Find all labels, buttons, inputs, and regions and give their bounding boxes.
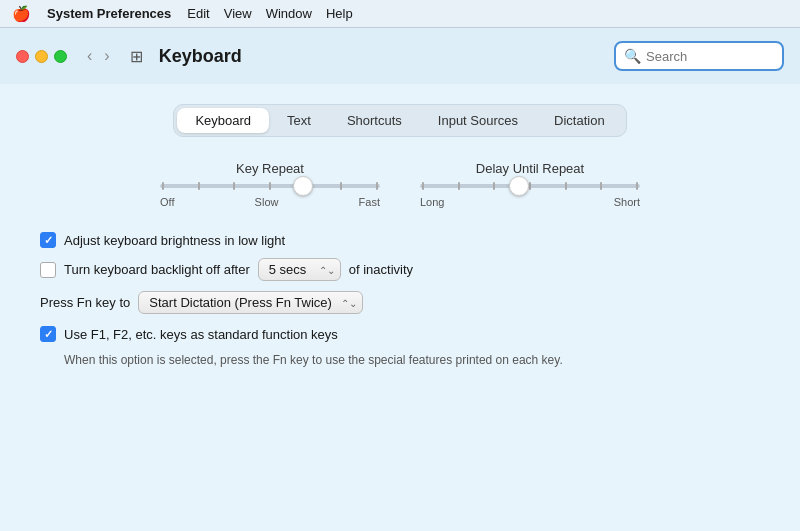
key-repeat-group: Key Repeat [160,161,380,208]
fn-key-row: Press Fn key to Start Dictation (Press F… [40,291,760,314]
tick [340,182,342,190]
tick [162,182,164,190]
key-repeat-slider-container [160,184,380,188]
app-name: System Preferences [47,6,171,21]
menubar-items: Edit View Window Help [187,6,352,21]
search-box[interactable]: 🔍 [614,41,784,71]
maximize-button[interactable] [54,50,67,63]
brightness-row[interactable]: Adjust keyboard brightness in low light [40,232,760,248]
search-input[interactable] [646,49,774,64]
back-button[interactable]: ‹ [83,45,96,67]
delay-until-repeat-slider-container [420,184,640,188]
tick [636,182,638,190]
tick [565,182,567,190]
forward-button[interactable]: › [100,45,113,67]
tick [269,182,271,190]
delay-until-repeat-slider-labels: Long Short [420,196,640,208]
menu-view[interactable]: View [224,6,252,21]
fn-key-label: Press Fn key to [40,295,130,310]
delay-until-repeat-group: Delay Until Repeat [420,161,640,208]
menu-help[interactable]: Help [326,6,353,21]
traffic-lights [16,50,67,63]
key-repeat-fast-label: Fast [359,196,380,208]
backlight-row[interactable]: Turn keyboard backlight off after 5 secs… [40,258,760,281]
tab-input-sources[interactable]: Input Sources [420,108,536,133]
brightness-label: Adjust keyboard brightness in low light [64,233,285,248]
apple-menu[interactable]: 🍎 [12,5,31,23]
backlight-duration-select[interactable]: 5 secs 10 secs 30 secs 1 min 5 mins Neve… [258,258,341,281]
tick [458,182,460,190]
key-repeat-slider-labels: Off Slow Fast [160,196,380,208]
key-repeat-label: Key Repeat [236,161,304,176]
tick [493,182,495,190]
toolbar: ‹ › ⊞ Keyboard 🔍 [0,28,800,84]
nav-buttons: ‹ › [83,45,114,67]
window: ‹ › ⊞ Keyboard 🔍 Keyboard Text Shortcuts… [0,28,800,531]
tab-keyboard[interactable]: Keyboard [177,108,269,133]
delay-until-repeat-thumb[interactable] [509,176,529,196]
tick [376,182,378,190]
delay-until-repeat-ticks [420,182,640,190]
delay-until-repeat-track [420,184,640,188]
tick [529,182,531,190]
tick [198,182,200,190]
close-button[interactable] [16,50,29,63]
tab-bar: Keyboard Text Shortcuts Input Sources Di… [173,104,626,137]
delay-until-repeat-label: Delay Until Repeat [476,161,584,176]
menu-window[interactable]: Window [266,6,312,21]
key-repeat-ticks [160,182,380,190]
function-keys-subtext: When this option is selected, press the … [64,352,760,369]
menubar: 🍎 System Preferences Edit View Window He… [0,0,800,28]
backlight-suffix: of inactivity [349,262,413,277]
brightness-checkbox[interactable] [40,232,56,248]
key-repeat-off-label: Off [160,196,174,208]
fn-key-select[interactable]: Start Dictation (Press Fn Twice) Change … [138,291,363,314]
tick [600,182,602,190]
delay-long-label: Long [420,196,444,208]
delay-short-label: Short [614,196,640,208]
key-repeat-slow-label: Slow [255,196,279,208]
menu-edit[interactable]: Edit [187,6,209,21]
fn-key-select-wrapper[interactable]: Start Dictation (Press Fn Twice) Change … [138,291,363,314]
key-repeat-track [160,184,380,188]
content-area: Keyboard Text Shortcuts Input Sources Di… [0,84,800,531]
minimize-button[interactable] [35,50,48,63]
key-repeat-thumb[interactable] [293,176,313,196]
function-keys-row[interactable]: Use F1, F2, etc. keys as standard functi… [40,326,760,342]
tick [233,182,235,190]
tick [422,182,424,190]
tab-dictation[interactable]: Dictation [536,108,623,133]
backlight-label: Turn keyboard backlight off after [64,262,250,277]
tab-shortcuts[interactable]: Shortcuts [329,108,420,133]
backlight-checkbox[interactable] [40,262,56,278]
function-keys-checkbox[interactable] [40,326,56,342]
window-title: Keyboard [159,46,604,67]
sliders-row: Key Repeat [40,161,760,208]
function-keys-label: Use F1, F2, etc. keys as standard functi… [64,327,338,342]
search-icon: 🔍 [624,48,641,64]
backlight-duration-wrapper[interactable]: 5 secs 10 secs 30 secs 1 min 5 mins Neve… [258,258,341,281]
grid-icon[interactable]: ⊞ [124,45,149,68]
tab-text[interactable]: Text [269,108,329,133]
